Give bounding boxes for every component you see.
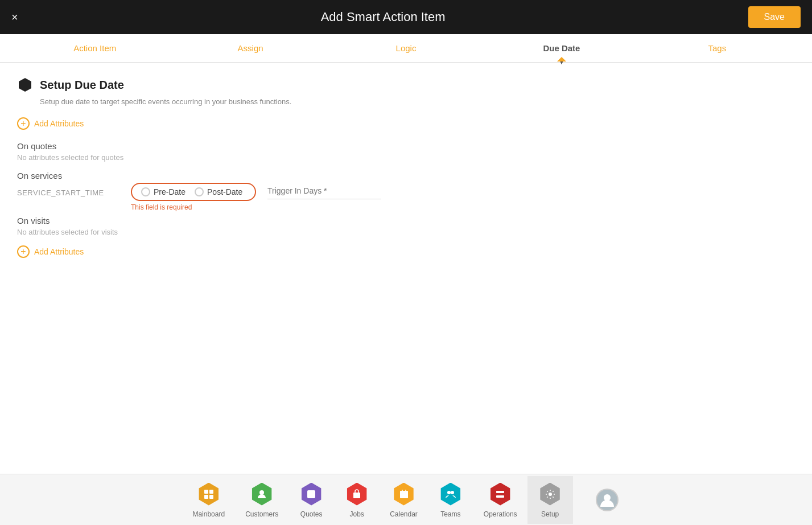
svg-marker-0 — [19, 78, 31, 92]
svg-point-5 — [259, 490, 264, 495]
teams-icon — [439, 483, 462, 506]
svg-rect-18 — [496, 495, 504, 498]
nav-item-avatar[interactable] — [584, 483, 630, 517]
nav-item-customers[interactable]: Customers — [235, 476, 288, 524]
header: × Add Smart Action Item Save — [0, 0, 812, 34]
nav-label-customers: Customers — [245, 510, 278, 518]
on-services-label: On services — [17, 171, 795, 181]
tab-action-item[interactable]: Action Item — [17, 35, 172, 61]
svg-rect-3 — [204, 495, 208, 499]
prepost-selector: Pre-Date Post-Date — [131, 183, 256, 201]
nav-label-setup: Setup — [541, 510, 559, 518]
section-hex-icon — [17, 77, 33, 93]
nav-label-jobs: Jobs — [349, 510, 364, 518]
svg-rect-11 — [400, 491, 408, 498]
add-attr-circle-icon-2: + — [17, 245, 30, 258]
setup-hex — [538, 482, 563, 507]
trigger-in-days-input[interactable] — [267, 183, 381, 199]
pre-date-option[interactable]: Pre-Date — [141, 187, 186, 196]
close-button[interactable]: × — [11, 11, 18, 23]
section-subtitle: Setup due date to target specific events… — [17, 97, 795, 106]
post-date-option[interactable]: Post-Date — [195, 187, 242, 196]
pre-date-radio[interactable] — [141, 187, 150, 196]
tab-active-indicator: ▼ — [557, 56, 566, 66]
on-quotes-label: On quotes — [17, 141, 795, 151]
add-attr-circle-icon-1: + — [17, 117, 30, 130]
user-avatar — [596, 489, 619, 511]
jobs-hex — [344, 482, 369, 507]
svg-rect-2 — [209, 490, 213, 494]
calendar-icon — [393, 483, 415, 506]
service-field-name: SERVICE_START_TIME — [17, 183, 119, 197]
save-button[interactable]: Save — [748, 6, 801, 28]
nav-item-calendar[interactable]: Calendar — [380, 476, 428, 524]
section-title: Setup Due Date — [40, 79, 124, 92]
add-attributes-button-2[interactable]: + Add Attributes — [17, 245, 84, 258]
quotes-hex — [299, 482, 324, 507]
quotes-icon — [300, 483, 323, 506]
on-visits-label: On visits — [17, 216, 795, 225]
svg-rect-10 — [353, 493, 360, 498]
tab-due-date[interactable]: Due Date ▼ — [484, 35, 639, 61]
post-date-radio[interactable] — [195, 187, 204, 196]
nav-item-teams[interactable]: Teams — [428, 476, 473, 524]
calendar-hex — [391, 482, 417, 507]
mainboard-hex — [196, 482, 221, 507]
svg-point-19 — [549, 493, 552, 496]
nav-label-teams: Teams — [440, 510, 460, 518]
nav-item-setup[interactable]: Setup — [527, 476, 573, 524]
field-required-error: This field is required — [131, 203, 256, 211]
main-content: Setup Due Date Setup due date to target … — [0, 63, 812, 474]
svg-rect-4 — [209, 495, 213, 499]
on-quotes-empty: No attributes selected for quotes — [17, 153, 795, 162]
nav-label-operations: Operations — [484, 510, 517, 518]
mainboard-icon — [197, 483, 220, 506]
customers-hex — [249, 482, 274, 507]
nav-label-quotes: Quotes — [300, 510, 323, 518]
nav-label-mainboard: Mainboard — [192, 510, 225, 518]
svg-rect-1 — [204, 490, 208, 494]
prepost-container: Pre-Date Post-Date This field is require… — [131, 183, 256, 211]
tab-logic[interactable]: Logic — [328, 35, 484, 61]
operations-icon — [489, 483, 512, 506]
setup-icon — [539, 483, 562, 506]
svg-point-16 — [451, 491, 454, 494]
nav-item-quotes[interactable]: Quotes — [288, 476, 334, 524]
tabs-bar: Action Item Assign Logic Due Date ▼ Tags — [0, 34, 812, 63]
tab-assign[interactable]: Assign — [172, 35, 328, 61]
nav-label-calendar: Calendar — [390, 510, 418, 518]
nav-item-operations[interactable]: Operations — [473, 476, 527, 524]
service-row: SERVICE_START_TIME Pre-Date Post-Date Th… — [17, 183, 795, 211]
on-visits-empty: No attributes selected for visits — [17, 228, 795, 236]
page-title: Add Smart Action Item — [321, 10, 446, 24]
nav-item-mainboard[interactable]: Mainboard — [182, 476, 235, 524]
bottom-nav: Mainboard Customers Quotes Jobs — [0, 474, 812, 525]
jobs-icon — [345, 483, 368, 506]
section-header: Setup Due Date — [17, 77, 795, 93]
teams-hex — [438, 482, 463, 507]
nav-item-jobs[interactable]: Jobs — [334, 476, 380, 524]
customers-icon — [250, 483, 273, 506]
operations-hex — [488, 482, 513, 507]
svg-point-15 — [447, 491, 451, 494]
tab-tags[interactable]: Tags — [640, 35, 795, 61]
add-attributes-button-1[interactable]: + Add Attributes — [17, 117, 84, 130]
svg-rect-17 — [496, 491, 504, 493]
